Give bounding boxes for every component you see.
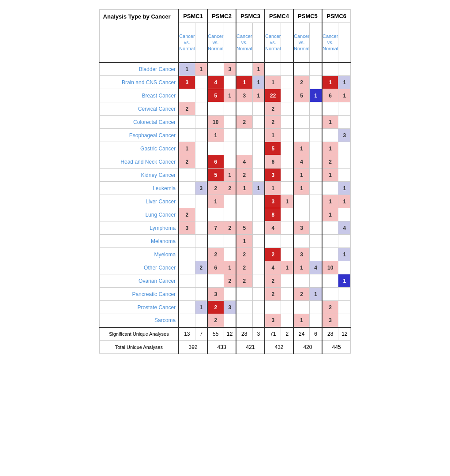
psmc6-header: PSMC6 bbox=[322, 10, 351, 23]
psmc3-sub1: Cancervs.Normal bbox=[236, 23, 252, 63]
data-cell bbox=[310, 76, 322, 89]
data-cell bbox=[252, 169, 265, 182]
data-cell: 6 bbox=[322, 89, 338, 102]
data-cell bbox=[252, 129, 265, 142]
data-cell: 2 bbox=[322, 301, 338, 314]
data-cell bbox=[236, 63, 252, 76]
cancer-label: Cervical Cancer bbox=[99, 102, 179, 116]
data-cell bbox=[281, 76, 293, 89]
psmc5-header: PSMC5 bbox=[293, 10, 322, 23]
data-cell: 2 bbox=[207, 248, 224, 261]
data-cell bbox=[252, 288, 265, 301]
table-row: Sarcoma2313 bbox=[99, 314, 351, 327]
total-analyses-label: Total Unique Analyses bbox=[99, 341, 179, 354]
data-cell: 1 bbox=[236, 182, 252, 195]
data-cell: 1 bbox=[293, 182, 310, 195]
cancer-label: Head and Neck Cancer bbox=[99, 155, 179, 169]
data-cell: 1 bbox=[252, 63, 265, 76]
data-cell bbox=[252, 274, 265, 288]
data-cell bbox=[179, 301, 195, 314]
data-cell bbox=[338, 235, 351, 248]
sig-val: 3 bbox=[252, 327, 265, 341]
data-cell: 1 bbox=[207, 129, 224, 142]
sig-val: 7 bbox=[195, 327, 207, 341]
data-cell bbox=[179, 116, 195, 129]
data-cell bbox=[195, 102, 207, 116]
data-cell: 1 bbox=[195, 301, 207, 314]
data-cell bbox=[195, 248, 207, 261]
data-cell: 1 bbox=[281, 261, 293, 274]
sig-val: 2 bbox=[281, 327, 293, 341]
data-cell bbox=[281, 208, 293, 221]
data-cell: 3 bbox=[195, 182, 207, 195]
psmc4-sub1: Cancervs.Normal bbox=[265, 23, 281, 63]
total-analyses-row: Total Unique Analyses392433421432420445 bbox=[99, 341, 351, 354]
data-cell bbox=[236, 142, 252, 155]
data-cell bbox=[179, 182, 195, 195]
data-cell bbox=[310, 314, 322, 327]
data-cell: 4 bbox=[236, 155, 252, 169]
cancer-label: Other Cancer bbox=[99, 261, 179, 274]
sig-val: 24 bbox=[293, 327, 310, 341]
sig-val: 12 bbox=[338, 327, 351, 341]
data-cell bbox=[281, 314, 293, 327]
data-cell: 2 bbox=[265, 102, 281, 116]
data-cell: 1 bbox=[322, 208, 338, 221]
data-cell bbox=[338, 301, 351, 314]
data-cell bbox=[265, 301, 281, 314]
data-cell bbox=[322, 248, 338, 261]
table-row: Lymphoma3725434 bbox=[99, 221, 351, 235]
data-cell: 1 bbox=[224, 169, 236, 182]
data-cell: 2 bbox=[236, 116, 252, 129]
data-cell: 5 bbox=[207, 169, 224, 182]
data-cell bbox=[224, 129, 236, 142]
data-cell: 2 bbox=[236, 261, 252, 274]
data-cell bbox=[281, 248, 293, 261]
data-cell: 2 bbox=[236, 274, 252, 288]
data-cell bbox=[281, 116, 293, 129]
data-cell bbox=[179, 169, 195, 182]
data-cell bbox=[322, 288, 338, 301]
data-cell bbox=[224, 116, 236, 129]
psmc1-sub2 bbox=[195, 23, 207, 63]
data-cell bbox=[338, 142, 351, 155]
cancer-label: Sarcoma bbox=[99, 314, 179, 327]
table-row: Liver Cancer13111 bbox=[99, 195, 351, 208]
data-cell: 3 bbox=[293, 248, 310, 261]
data-cell: 2 bbox=[236, 248, 252, 261]
data-cell bbox=[179, 261, 195, 274]
data-cell bbox=[224, 248, 236, 261]
data-cell bbox=[252, 221, 265, 235]
data-cell bbox=[310, 182, 322, 195]
data-cell: 4 bbox=[310, 261, 322, 274]
cancer-label: Breast Cancer bbox=[99, 89, 179, 102]
cancer-label: Lymphoma bbox=[99, 221, 179, 235]
data-cell: 1 bbox=[224, 261, 236, 274]
total-val: 420 bbox=[293, 341, 322, 354]
data-cell: 22 bbox=[265, 89, 281, 102]
data-cell: 2 bbox=[207, 301, 224, 314]
data-cell bbox=[265, 235, 281, 248]
total-val: 433 bbox=[207, 341, 236, 354]
psmc3-header: PSMC3 bbox=[236, 10, 265, 23]
data-cell: 4 bbox=[265, 221, 281, 235]
total-val: 392 bbox=[179, 341, 207, 354]
data-cell bbox=[195, 155, 207, 169]
psmc2-sub2 bbox=[224, 23, 236, 63]
data-cell bbox=[281, 129, 293, 142]
data-cell: 1 bbox=[195, 63, 207, 76]
data-cell: 1 bbox=[338, 195, 351, 208]
data-cell: 1 bbox=[322, 142, 338, 155]
data-cell bbox=[179, 314, 195, 327]
data-cell bbox=[207, 102, 224, 116]
data-cell: 6 bbox=[207, 261, 224, 274]
data-cell: 3 bbox=[265, 169, 281, 182]
data-cell: 2 bbox=[224, 182, 236, 195]
data-cell bbox=[252, 235, 265, 248]
total-val: 421 bbox=[236, 341, 265, 354]
table-row: Pancreatic Cancer3221 bbox=[99, 288, 351, 301]
sig-val: 55 bbox=[207, 327, 224, 341]
data-cell bbox=[236, 195, 252, 208]
data-cell bbox=[322, 274, 338, 288]
main-table: Analysis Type by Cancer PSMC1 PSMC2 PSMC… bbox=[99, 9, 352, 354]
